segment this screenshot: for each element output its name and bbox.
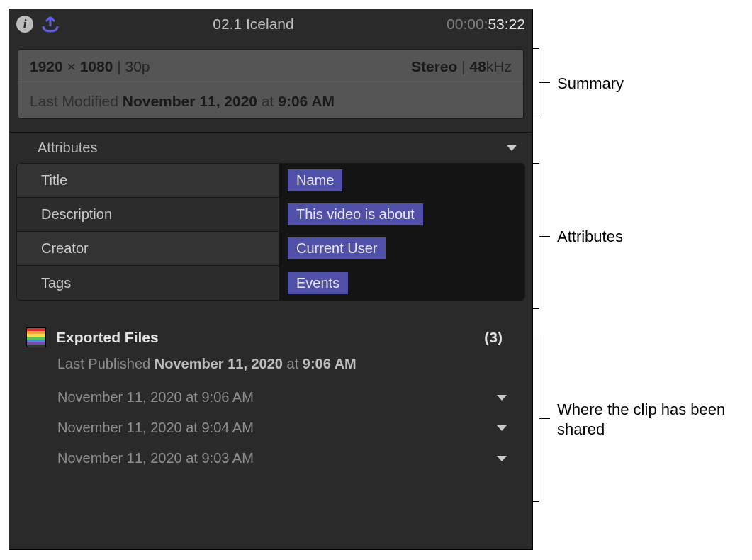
attr-token[interactable]: Current User bbox=[288, 237, 386, 259]
callout-summary: Summary bbox=[557, 74, 624, 94]
info-icon[interactable]: i bbox=[16, 16, 33, 33]
exported-item[interactable]: November 11, 2020 at 9:06 AM bbox=[21, 382, 521, 413]
share-inspector-panel: i 02.1 Iceland 00:00:53:22 1920 × 1080 |… bbox=[9, 9, 533, 550]
callout-bracket bbox=[539, 163, 539, 309]
chevron-down-icon bbox=[497, 456, 507, 461]
clip-title: 02.1 Iceland bbox=[60, 16, 447, 33]
callout-bracket bbox=[539, 335, 539, 502]
attr-token[interactable]: Events bbox=[288, 272, 348, 294]
timecode-dim: 00:00: bbox=[447, 16, 488, 32]
summary-resolution: 1920 × 1080 | 30p bbox=[30, 58, 150, 75]
callout-attributes: Attributes bbox=[557, 227, 623, 247]
attr-token[interactable]: Name bbox=[288, 169, 342, 191]
timecode-lit: 53:22 bbox=[488, 16, 525, 32]
annotation-layer: Summary Attributes Where the clip has be… bbox=[539, 9, 744, 550]
attr-row-creator: Creator Current User bbox=[17, 232, 524, 266]
attributes-heading-label: Attributes bbox=[38, 140, 97, 156]
exported-files-title: Exported Files bbox=[56, 329, 474, 346]
attr-label: Creator bbox=[17, 240, 279, 257]
exported-files-count: (3) bbox=[484, 329, 503, 346]
attr-value-field[interactable]: Current User bbox=[279, 232, 524, 265]
attr-label: Description bbox=[17, 206, 279, 223]
callout-bracket bbox=[539, 48, 539, 116]
share-tab-icon[interactable] bbox=[40, 15, 60, 33]
attributes-header[interactable]: Attributes bbox=[9, 133, 532, 163]
exported-item-date: November 11, 2020 at 9:03 AM bbox=[57, 450, 254, 466]
attr-value-field[interactable]: Name bbox=[279, 164, 524, 197]
timecode: 00:00:53:22 bbox=[447, 16, 525, 33]
chevron-down-icon bbox=[497, 395, 507, 401]
attr-row-title: Title Name bbox=[17, 164, 524, 198]
summary-box: 1920 × 1080 | 30p Stereo | 48kHz Last Mo… bbox=[18, 49, 524, 119]
summary-row-format: 1920 × 1080 | 30p Stereo | 48kHz bbox=[18, 50, 523, 84]
attr-token[interactable]: This video is about bbox=[288, 203, 423, 225]
exported-item-date: November 11, 2020 at 9:06 AM bbox=[57, 389, 254, 405]
filmstrip-icon bbox=[26, 327, 46, 347]
attr-label: Title bbox=[17, 172, 279, 189]
attr-row-description: Description This video is about bbox=[17, 198, 524, 232]
inspector-header: i 02.1 Iceland 00:00:53:22 bbox=[9, 9, 532, 39]
attr-value-field[interactable]: Events bbox=[279, 266, 524, 300]
chevron-down-icon bbox=[497, 425, 507, 431]
exported-item[interactable]: November 11, 2020 at 9:03 AM bbox=[21, 443, 521, 474]
exported-item[interactable]: November 11, 2020 at 9:04 AM bbox=[21, 413, 521, 443]
exported-item-date: November 11, 2020 at 9:04 AM bbox=[57, 420, 254, 436]
attr-row-tags: Tags Events bbox=[17, 266, 524, 300]
chevron-down-icon bbox=[507, 145, 517, 151]
exported-last-published: Last Published November 11, 2020 at 9:06… bbox=[21, 353, 521, 382]
attr-value-field[interactable]: This video is about bbox=[279, 198, 524, 231]
attr-label: Tags bbox=[17, 275, 279, 291]
attributes-group: Title Name Description This video is abo… bbox=[16, 163, 525, 301]
summary-row-modified: Last Modified November 11, 2020 at 9:06 … bbox=[18, 84, 523, 118]
exported-files-section: Exported Files (3) Last Published Novemb… bbox=[21, 322, 521, 474]
exported-files-header[interactable]: Exported Files (3) bbox=[21, 322, 521, 353]
summary-audio: Stereo | 48kHz bbox=[411, 58, 512, 75]
callout-shared: Where the clip has been shared bbox=[557, 400, 727, 439]
